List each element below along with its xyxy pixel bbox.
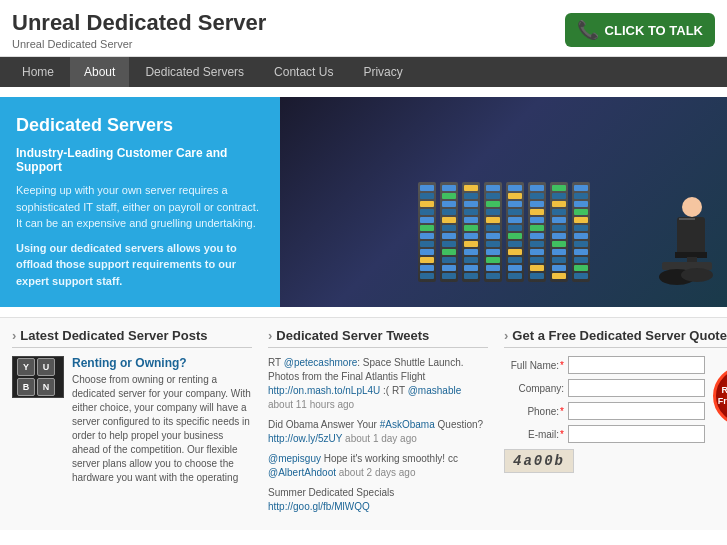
site-title: Unreal Dedicated Server — [12, 10, 266, 36]
form-row-fullname: Full Name:* — [504, 356, 705, 374]
header: Unreal Dedicated Server Unreal Dedicated… — [0, 0, 727, 57]
nav-privacy[interactable]: Privacy — [349, 57, 416, 87]
input-phone[interactable] — [568, 402, 705, 420]
server-racks — [418, 122, 590, 282]
hero-image-bg — [280, 97, 727, 307]
tweet-time-3: about 2 days ago — [339, 467, 416, 478]
svg-point-0 — [682, 197, 702, 217]
hero-title: Dedicated Servers — [16, 115, 264, 136]
posts-heading: Latest Dedicated Server Posts — [12, 328, 252, 348]
post-item: Y U B N Renting or Owning? Choose from o… — [12, 356, 252, 485]
posts-section: Latest Dedicated Server Posts Y U B N Re… — [12, 328, 252, 520]
key-u: U — [37, 358, 55, 376]
hero-banner: Dedicated Servers Industry-Leading Custo… — [0, 97, 727, 307]
tweet-link-2[interactable]: http://ow.ly/5zUY — [268, 433, 342, 444]
tweet-link-4[interactable]: http://goo.gl/fb/MlWQQ — [268, 501, 370, 512]
hero-image-panel — [280, 97, 727, 307]
quote-form-fields: Full Name:* Company: Phone:* E-mail:* 4a… — [504, 356, 705, 473]
click-to-talk-label: CLICK TO TALK — [605, 23, 703, 38]
site-branding: Unreal Dedicated Server Unreal Dedicated… — [12, 10, 266, 50]
nav-contact-us[interactable]: Contact Us — [260, 57, 347, 87]
captcha-area: 4a00b — [504, 449, 705, 473]
label-phone: Phone:* — [504, 406, 564, 417]
key-y: Y — [17, 358, 35, 376]
post-content: Renting or Owning? Choose from owning or… — [72, 356, 252, 485]
server-rack-8 — [572, 182, 590, 282]
input-company[interactable] — [568, 379, 705, 397]
tweet-hashtag-askobama[interactable]: #AskObama — [380, 419, 435, 430]
quote-form-area: Full Name:* Company: Phone:* E-mail:* 4a… — [504, 356, 727, 473]
tweet-1: RT @petecashmore: Space Shuttle Launch. … — [268, 356, 488, 412]
post-title[interactable]: Renting or Owning? — [72, 356, 252, 370]
key-n: N — [37, 378, 55, 396]
tweet-4: Summer Dedicated Specials http://goo.gl/… — [268, 486, 488, 514]
quote-section: Get a Free Dedicated Server Quote Now! F… — [504, 328, 727, 520]
click-to-talk-button[interactable]: 📞 CLICK TO TALK — [565, 13, 715, 47]
input-email[interactable] — [568, 425, 705, 443]
tweet-time-1: about 11 hours ago — [268, 399, 354, 410]
server-rack-3 — [462, 182, 480, 282]
svg-rect-1 — [677, 217, 705, 257]
tweet-handle-mepisguy[interactable]: @mepisguy — [268, 453, 321, 464]
tweet-handle-mashable[interactable]: @mashable — [408, 385, 462, 396]
post-body: Choose from owning or renting a dedicate… — [72, 373, 252, 485]
svg-rect-4 — [662, 262, 712, 270]
svg-rect-7 — [679, 218, 695, 220]
person-illustration — [637, 187, 717, 307]
nav-home[interactable]: Home — [8, 57, 68, 87]
tweet-handle-1[interactable]: @petecashmore — [284, 357, 358, 368]
hero-text-panel: Dedicated Servers Industry-Leading Custo… — [0, 97, 280, 307]
nav-dedicated-servers[interactable]: Dedicated Servers — [131, 57, 258, 87]
required-marker: * — [560, 360, 564, 371]
post-image: Y U B N — [12, 356, 64, 398]
label-email: E-mail:* — [504, 429, 564, 440]
hero-body2: Using our dedicated servers allows you t… — [16, 240, 264, 290]
site-subtitle: Unreal Dedicated Server — [12, 38, 266, 50]
key-icons: Y U B N — [16, 357, 60, 397]
server-rack-1 — [418, 182, 436, 282]
hero-body1: Keeping up with your own server requires… — [16, 182, 264, 232]
form-row-phone: Phone:* — [504, 402, 705, 420]
server-rack-5 — [506, 182, 524, 282]
quote-heading-text: Get a Free Dedicated Server Quote Now! — [512, 328, 727, 343]
required-marker-email: * — [560, 429, 564, 440]
server-rack-2 — [440, 182, 458, 282]
server-rack-7 — [550, 182, 568, 282]
label-fullname: Full Name:* — [504, 360, 564, 371]
tweet-2: Did Obama Answer Your #AskObama Question… — [268, 418, 488, 446]
tweets-heading: Dedicated Server Tweets — [268, 328, 488, 348]
input-fullname[interactable] — [568, 356, 705, 374]
tweets-section: Dedicated Server Tweets RT @petecashmore… — [268, 328, 488, 520]
tweet-time-2: about 1 day ago — [345, 433, 417, 444]
captcha-image: 4a00b — [504, 449, 574, 473]
server-rack-6 — [528, 182, 546, 282]
phone-icon: 📞 — [577, 19, 599, 41]
tweet-3: @mepisguy Hope it's working smoothly! cc… — [268, 452, 488, 480]
posts-heading-text: Latest Dedicated Server Posts — [20, 328, 207, 343]
form-row-email: E-mail:* — [504, 425, 705, 443]
label-company: Company: — [504, 383, 564, 394]
hero-tagline: Industry-Leading Customer Care and Suppo… — [16, 146, 264, 174]
main-nav: Home About Dedicated Servers Contact Us … — [0, 57, 727, 87]
svg-point-6 — [681, 268, 713, 282]
required-marker-phone: * — [560, 406, 564, 417]
form-row-company: Company: — [504, 379, 705, 397]
main-content: Latest Dedicated Server Posts Y U B N Re… — [0, 317, 727, 530]
quote-heading: Get a Free Dedicated Server Quote Now! — [504, 328, 727, 348]
key-b: B — [17, 378, 35, 396]
request-quote-button[interactable]: Request a Free Quote! — [713, 366, 727, 426]
tweet-handle-albert[interactable]: @AlbertAhdoot — [268, 467, 336, 478]
tweet-link-1[interactable]: http://on.mash.to/nLpL4U — [268, 385, 380, 396]
nav-about[interactable]: About — [70, 57, 129, 87]
server-rack-4 — [484, 182, 502, 282]
tweets-heading-text: Dedicated Server Tweets — [276, 328, 429, 343]
